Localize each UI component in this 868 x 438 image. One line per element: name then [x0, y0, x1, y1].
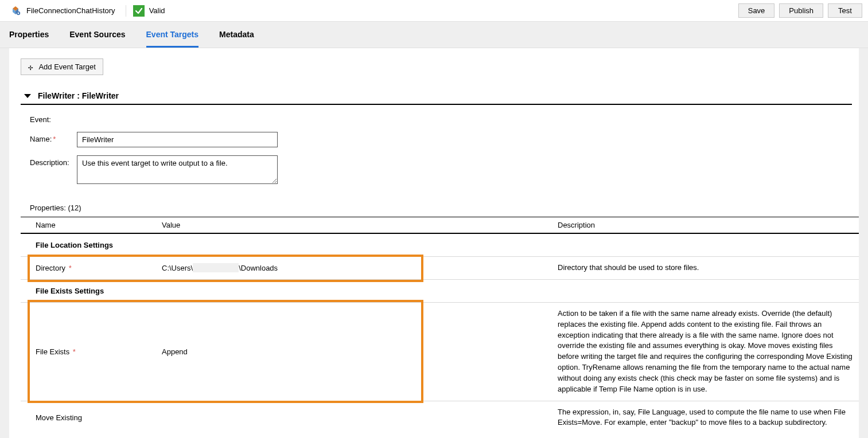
description-textarea[interactable]: Use this event target to write output to…: [77, 155, 278, 184]
col-name-header: Name: [21, 217, 147, 234]
top-bar: FileConnectionChatHistory Valid Save Pub…: [0, 0, 868, 22]
move-existing-name-cell: Move Existing: [21, 401, 147, 434]
table-header-row: Name Value Description: [21, 217, 859, 234]
properties-table-container: Name Value Description File Location Set…: [9, 217, 859, 434]
section-header[interactable]: FileWriter : FileWriter: [24, 91, 847, 100]
tab-event-targets[interactable]: Event Targets: [146, 30, 199, 48]
tab-properties[interactable]: Properties: [9, 30, 49, 48]
row-file-exists[interactable]: File Exists * Append Action to be taken …: [21, 302, 859, 401]
directory-description-cell: Directory that should be used to store f…: [543, 257, 859, 280]
redacted-segment: [193, 263, 239, 272]
save-button[interactable]: Save: [738, 3, 775, 18]
tab-metadata[interactable]: Metadata: [219, 30, 254, 48]
group-file-location: File Location Settings: [21, 233, 859, 257]
move-existing-value-cell[interactable]: [147, 401, 543, 434]
properties-table: Name Value Description File Location Set…: [21, 217, 859, 434]
file-exists-description-cell: Action to be taken if a file with the sa…: [543, 302, 859, 401]
row-directory[interactable]: Directory * C:\Users\ \Downloads Directo…: [21, 257, 859, 280]
tabs-bar: Properties Event Sources Event Targets M…: [0, 22, 868, 48]
description-label: Description:: [30, 155, 77, 167]
content-wrap: ✢ Add Event Target FileWriter : FileWrit…: [0, 48, 868, 438]
caret-down-icon: [24, 94, 31, 98]
col-value-header: Value: [147, 217, 543, 234]
file-exists-name-cell: File Exists *: [21, 302, 147, 401]
top-buttons: Save Publish Test: [738, 3, 862, 18]
event-label: Event:: [30, 115, 847, 124]
directory-value-cell[interactable]: C:\Users\ \Downloads: [147, 257, 543, 280]
required-marker: *: [53, 135, 56, 143]
group-file-location-label: File Location Settings: [21, 233, 859, 257]
add-event-target-label: Add Event Target: [38, 62, 96, 71]
properties-count-label: Properties: (12): [30, 204, 859, 212]
section-title: FileWriter : FileWriter: [38, 91, 119, 100]
publish-button[interactable]: Publish: [779, 3, 823, 18]
page-title: FileConnectionChatHistory: [26, 6, 115, 15]
valid-label: Valid: [149, 6, 165, 15]
event-form: Event: Name:* Description: Use this even…: [9, 115, 859, 184]
col-description-header: Description: [543, 217, 859, 234]
plus-icon: ✢: [28, 63, 33, 71]
valid-badge: Valid: [133, 5, 165, 17]
name-input[interactable]: [77, 132, 278, 147]
add-event-target-button[interactable]: ✢ Add Event Target: [21, 58, 103, 75]
test-button[interactable]: Test: [828, 3, 862, 18]
content-panel: ✢ Add Event Target FileWriter : FileWrit…: [9, 48, 859, 438]
required-marker: *: [71, 347, 76, 356]
section-underline: [21, 104, 852, 105]
check-icon: [133, 5, 145, 17]
name-label: Name:*: [30, 132, 77, 143]
row-move-existing[interactable]: Move Existing The expression, in, say, F…: [21, 401, 859, 434]
file-exists-value-cell[interactable]: Append: [147, 302, 543, 401]
group-file-exists-label: File Exists Settings: [21, 279, 859, 302]
divider: [126, 5, 126, 17]
svg-point-4: [18, 12, 19, 13]
required-marker: *: [67, 264, 72, 272]
group-file-exists: File Exists Settings: [21, 279, 859, 302]
tab-event-sources[interactable]: Event Sources: [69, 30, 125, 48]
integration-icon: [10, 6, 21, 16]
directory-name-cell: Directory *: [21, 257, 147, 280]
move-existing-description-cell: The expression, in, say, File Language, …: [543, 401, 859, 434]
